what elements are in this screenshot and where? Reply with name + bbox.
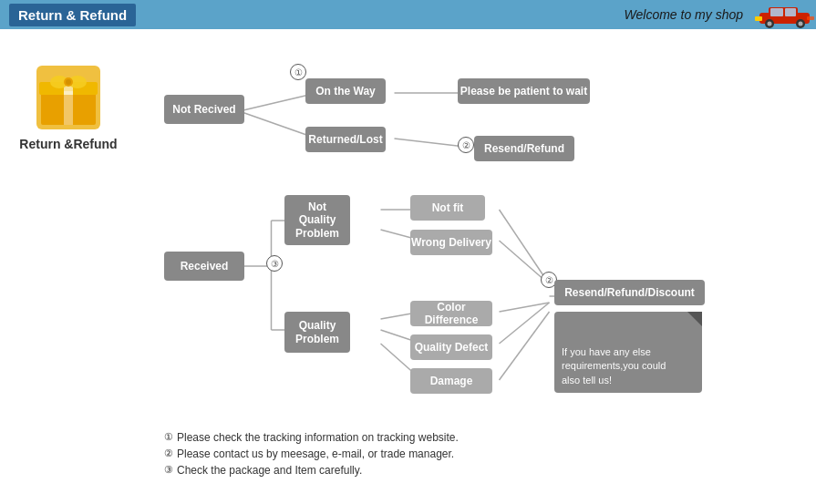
note-1: ① Please check the tracking information … (164, 431, 459, 444)
wrong-delivery-node: Wrong Delivery (410, 230, 492, 255)
svg-line-35 (500, 312, 550, 380)
header-car (752, 0, 816, 29)
left-panel: Return &Refund (9, 38, 128, 504)
gift-icon (36, 66, 100, 129)
header: Return & Refund Welcome to my shop (0, 0, 816, 29)
main-content: Return &Refund (0, 29, 816, 504)
svg-point-7 (798, 22, 802, 26)
damage-node: Damage (410, 368, 492, 394)
note-2-text: Please contact us by meesage, e-mail, or… (177, 447, 454, 460)
note-1-text: Please check the tracking information on… (177, 431, 459, 444)
quality-defect-node: Quality Defect (410, 334, 492, 360)
resend-refund-discount-node: Resend/Refund/Discount (554, 280, 705, 305)
color-difference-node: Color Difference (410, 301, 492, 326)
flowchart: Not Recived ① On the Way Returned/Lost P… (128, 38, 816, 485)
svg-line-31 (500, 210, 550, 284)
badge-2-top: ② (458, 137, 474, 153)
svg-rect-13 (64, 91, 73, 125)
note-3-num: ③ (164, 464, 173, 476)
please-be-patient-node: Please be patient to wait (458, 78, 590, 104)
not-quality-problem-node: Not Quality Problem (284, 195, 350, 245)
not-fit-node: Not fit (410, 195, 485, 221)
header-welcome: Welcome to my shop (625, 7, 743, 22)
received-node: Received (164, 252, 244, 281)
note-3: ③ Check the package and Item carefully. (164, 464, 459, 477)
svg-rect-2 (770, 8, 783, 16)
badge-3: ③ (266, 255, 283, 272)
resend-refund-node: Resend/Refund (474, 136, 574, 161)
note-1-num: ① (164, 431, 173, 443)
svg-rect-3 (785, 8, 796, 16)
on-the-way-node: On the Way (305, 78, 386, 104)
svg-point-17 (66, 79, 71, 85)
info-box-text: If you have any else requirements,you co… (562, 346, 666, 386)
info-box-arrow-shape (687, 312, 702, 326)
svg-line-33 (500, 303, 550, 312)
svg-rect-9 (807, 16, 814, 20)
header-title: Return & Refund (9, 4, 136, 26)
svg-rect-8 (755, 16, 762, 21)
note-3-text: Check the package and Item carefully. (177, 464, 362, 477)
note-2-num: ② (164, 447, 173, 459)
svg-line-34 (500, 303, 550, 344)
footer-notes: ① Please check the tracking information … (164, 431, 459, 480)
quality-problem-node: Quality Problem (284, 312, 350, 353)
badge-1: ① (290, 64, 306, 80)
gift-label: Return &Refund (19, 137, 117, 151)
not-received-node: Not Recived (164, 95, 244, 124)
note-2: ② Please contact us by meesage, e-mail, … (164, 447, 459, 460)
info-box: If you have any else requirements,you co… (554, 312, 702, 393)
returned-lost-node: Returned/Lost (305, 127, 386, 152)
svg-point-5 (767, 22, 771, 26)
